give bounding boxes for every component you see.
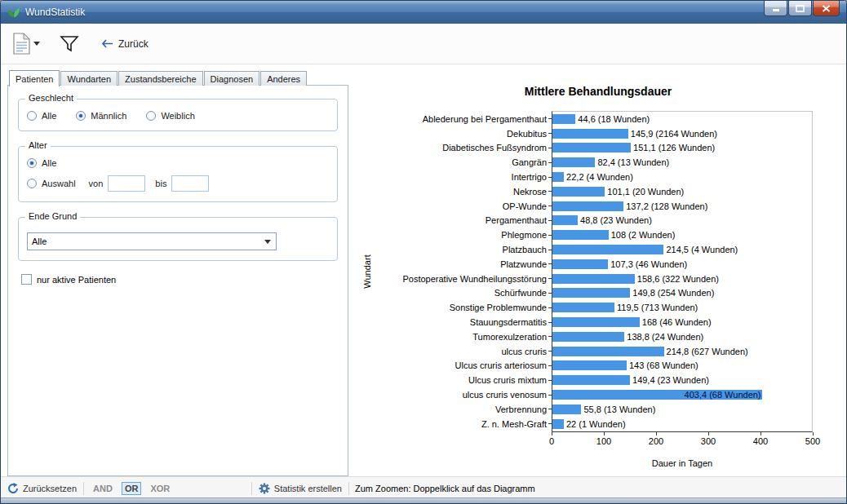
chart-bar[interactable] <box>552 143 631 153</box>
geschlecht-group-label: Geschlecht <box>25 93 77 103</box>
back-label: Zurück <box>118 38 149 50</box>
category-label: Phlegmone <box>377 228 552 242</box>
chart-bar[interactable] <box>552 274 635 284</box>
maximize-button[interactable] <box>788 1 812 16</box>
x-tick-label: 300 <box>701 436 716 446</box>
x-tick-mark <box>761 432 761 435</box>
minimize-icon <box>772 5 780 12</box>
chart-bar[interactable] <box>552 405 581 414</box>
close-button[interactable] <box>813 1 840 16</box>
chart-bar[interactable] <box>552 375 630 385</box>
chart-row: 151,1 (126 Wunden) <box>552 141 812 156</box>
app-icon <box>7 6 20 19</box>
category-label: OP-Wunde <box>377 199 552 214</box>
chart-bar[interactable] <box>552 157 595 167</box>
radio-icon[interactable] <box>27 179 37 188</box>
chart-area[interactable]: Mittlere Behandlungsdauer Wundart Ablede… <box>349 64 847 476</box>
reset-label: Zurücksetzen <box>23 484 77 493</box>
chart-row: 403,4 (68 Wunden) <box>552 387 812 402</box>
chart-row: 22,2 (4 Wunden) <box>552 170 812 184</box>
filter-button[interactable] <box>57 33 82 55</box>
radio-alter-alle[interactable]: Alle <box>27 158 329 168</box>
radio-icon[interactable] <box>146 111 156 121</box>
tab-anderes[interactable]: Anderes <box>260 71 307 86</box>
chart-bar[interactable] <box>552 245 663 254</box>
category-label: Sonstige Problemwunde <box>377 300 552 315</box>
radio-alter-auswahl[interactable]: Auswahl von bis <box>27 175 329 192</box>
logic-or-toggle[interactable]: OR <box>122 482 142 495</box>
chart-bar[interactable]: 403,4 (68 Wunden) <box>552 390 762 400</box>
radio-icon[interactable] <box>76 111 86 121</box>
alter-bis-input[interactable] <box>171 175 209 192</box>
plot-area[interactable]: 44,6 (18 Wunden)145,9 (2164 Wunden)151,1… <box>552 111 813 432</box>
x-tick-mark <box>604 432 605 435</box>
chart-bar[interactable] <box>552 114 575 124</box>
reset-icon <box>7 483 19 494</box>
bar-value-label: 22 (1 Wunden) <box>566 419 626 429</box>
bar-value-label: 22,2 (4 Wunden) <box>566 172 633 182</box>
tab-zustandsbereiche[interactable]: Zustandsbereiche <box>118 71 202 86</box>
ende-grund-group: Ende Grund Alle <box>18 217 338 261</box>
minimize-button[interactable] <box>764 1 787 16</box>
nur-aktive-checkbox-row[interactable]: nur aktive Patienten <box>21 274 348 285</box>
chart-bar[interactable] <box>552 259 608 269</box>
category-label: Ulcus cruris arteriosum <box>377 359 552 374</box>
category-label: ulcus cruris <box>377 344 552 359</box>
dropdown-caret-icon[interactable] <box>33 42 40 46</box>
radio-icon[interactable] <box>27 111 37 121</box>
window-frame-bottom[interactable] <box>1 497 846 503</box>
chart-row: 149,4 (23 Wunden) <box>552 373 812 387</box>
bar-value-label: 101,1 (20 Wunden) <box>607 187 684 197</box>
chart-bar[interactable] <box>552 201 623 211</box>
filter-icon <box>60 35 79 52</box>
x-tick-label: 400 <box>753 436 768 446</box>
zoom-hint: Zum Zoomen: Doppelklick auf das Diagramm <box>349 484 535 493</box>
chart-bar[interactable] <box>552 347 664 356</box>
chart-title: Mittlere Behandlungsdauer <box>349 85 847 98</box>
chart-bar[interactable] <box>552 317 640 327</box>
bar-value-label: 143 (68 Wunden) <box>629 360 698 370</box>
ende-grund-group-label: Ende Grund <box>25 211 80 221</box>
category-label: Verbrennung <box>377 402 552 417</box>
chart-bar[interactable] <box>552 172 564 182</box>
chart-bar[interactable] <box>552 419 564 429</box>
category-label: Ulcus cruris mixtum <box>377 373 552 387</box>
chart-bar[interactable] <box>552 215 578 225</box>
title-bar[interactable]: WundStatistik <box>1 1 846 24</box>
chart-bar[interactable] <box>552 129 628 139</box>
ende-grund-select[interactable]: Alle <box>27 232 277 250</box>
chart-bar[interactable] <box>552 360 627 370</box>
x-axis: 0100200300400500 <box>552 432 813 449</box>
back-button[interactable]: Zurück <box>101 38 149 50</box>
checkbox-icon[interactable] <box>21 274 32 285</box>
radio-label: Alle <box>42 111 56 121</box>
bar-value-label: 149,8 (254 Wunden) <box>632 288 714 298</box>
chart-row: 168 (46 Wunden) <box>552 315 812 329</box>
tab-wundarten[interactable]: Wundarten <box>60 71 118 86</box>
radio-geschlecht-alle[interactable]: Alle <box>27 111 56 121</box>
geschlecht-group: Geschlecht Alle Männlich Weiblich <box>18 99 338 131</box>
chart-row: 149,8 (254 Wunden) <box>552 286 812 301</box>
logic-xor-toggle[interactable]: XOR <box>148 483 172 494</box>
radio-geschlecht-weiblich[interactable]: Weiblich <box>146 111 194 121</box>
category-label: Pergamenthaut <box>377 214 552 228</box>
chart-bar[interactable] <box>552 230 609 240</box>
radio-geschlecht-maennlich[interactable]: Männlich <box>76 111 126 121</box>
radio-label: Weiblich <box>161 111 194 121</box>
chart-row: 108 (2 Wunden) <box>552 228 812 242</box>
export-button[interactable] <box>11 30 42 57</box>
alter-von-input[interactable] <box>108 175 145 192</box>
von-label: von <box>89 179 104 188</box>
category-label: Dekubitus <box>377 126 552 141</box>
tab-patienten[interactable]: Patienten <box>9 70 60 86</box>
chart-bar[interactable] <box>552 303 614 312</box>
radio-icon[interactable] <box>27 158 37 168</box>
chart-bar[interactable] <box>552 187 605 197</box>
reset-button[interactable]: Zurücksetzen <box>7 483 77 494</box>
x-tick-label: 500 <box>805 436 820 446</box>
create-statistics-button[interactable]: Statistik erstellen <box>259 483 342 494</box>
chart-bar[interactable] <box>552 332 624 342</box>
logic-and-toggle[interactable]: AND <box>91 483 115 494</box>
tab-diagnosen[interactable]: Diagnosen <box>204 71 260 86</box>
chart-bar[interactable] <box>552 288 630 298</box>
